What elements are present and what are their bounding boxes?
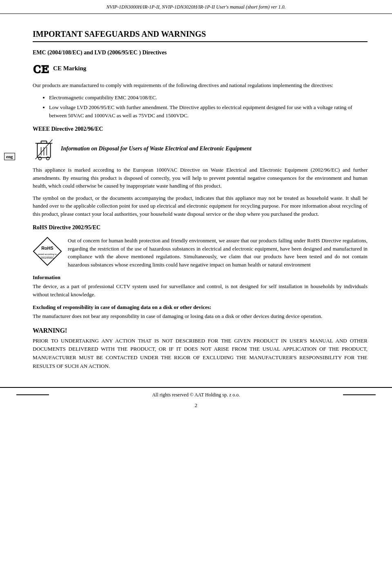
page: NVIP-1DN3000H/IR-1P-II, NVIP-1DN3020H/IR… [0, 0, 392, 564]
ce-paragraph: Our products are manufactured to comply … [33, 81, 368, 90]
emc-heading: EMC (2004/108/EC) and LVD (2006/95/EC ) … [33, 49, 368, 56]
footer: All rights reserved © AAT Holding sp. z … [0, 387, 392, 402]
bullet-list: Electromagnetic compatibility EMC 2004/1… [49, 94, 368, 120]
weee-info-row: Information on Disposal for Users of Was… [33, 137, 368, 161]
ce-symbol: ᴄᴇ [33, 61, 49, 76]
rohs-badge-icon: RoHS tested according to 2002/95/EC [33, 237, 62, 266]
content: eng IMPORTANT SAFEGUARDS AND WARNINGS EM… [0, 14, 392, 379]
rohs-paragraph: Out of concern for human health protecti… [68, 237, 368, 269]
weee-icon [33, 137, 55, 161]
footer-line-right [343, 394, 376, 395]
svg-text:2002/95/EC: 2002/95/EC [40, 256, 54, 259]
svg-marker-11 [33, 237, 61, 265]
rohs-heading: RoHS Directive 2002/95/EC [33, 224, 368, 231]
ce-marking-row: ᴄᴇ CE Marking [33, 61, 368, 76]
main-title: IMPORTANT SAFEGUARDS AND WARNINGS [33, 29, 368, 39]
title-underline [33, 41, 368, 42]
warning-heading: WARNING! [33, 327, 368, 334]
footer-text: All rights reserved © AAT Holding sp. z … [152, 392, 240, 398]
header-text: NVIP-1DN3000H/IR-1P-II, NVIP-1DN3020H/IR… [106, 4, 285, 10]
info-paragraph: The device, as a part of professional CC… [33, 282, 368, 298]
rohs-section: RoHS tested according to 2002/95/EC Out … [33, 237, 368, 269]
eng-label: eng [4, 153, 15, 160]
svg-line-10 [36, 139, 53, 159]
svg-text:RoHS: RoHS [41, 246, 53, 251]
info-heading: Information [33, 274, 368, 281]
excluding-paragraph: The manufacturer does not bear any respo… [33, 312, 368, 320]
weee-heading: WEEE Directive 2002/96/EC [33, 126, 368, 132]
warning-paragraph: PRIOR TO UNDERTAKING ANY ACTION THAT IS … [33, 337, 368, 371]
footer-line-left [16, 394, 49, 395]
weee-paragraph2: The symbol on the product, or the docume… [33, 194, 368, 218]
page-number: 2 [0, 402, 392, 413]
ce-marking-label: CE Marking [53, 65, 86, 72]
header-bar: NVIP-1DN3000H/IR-1P-II, NVIP-1DN3020H/IR… [0, 0, 392, 14]
weee-info-text: Information on Disposal for Users of Was… [61, 145, 252, 152]
weee-paragraph1: This appliance is marked according to th… [33, 166, 368, 190]
bullet-item-1: Electromagnetic compatibility EMC 2004/1… [49, 94, 368, 102]
excluding-heading: Excluding of responsibility in case of d… [33, 304, 368, 311]
bullet-item-2: Low voltage LVD 2006/95/EC with further … [49, 103, 368, 119]
svg-text:tested according to: tested according to [38, 253, 56, 255]
